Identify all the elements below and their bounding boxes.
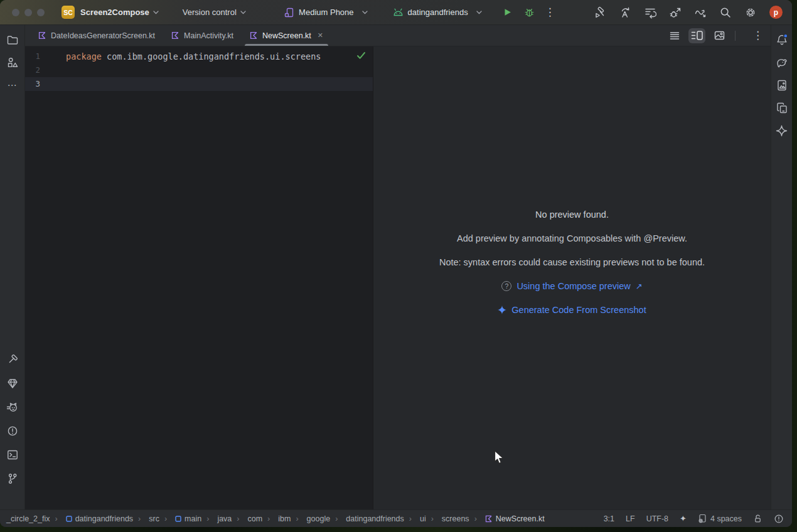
tab-label: MainActivity.kt [184,31,233,40]
run-configuration-selector[interactable]: datingandfriends [393,8,482,17]
kotlin-file-icon [38,31,46,40]
run-button[interactable] [502,7,513,18]
run-history-icon[interactable] [644,6,656,19]
code-line[interactable]: 2 [25,63,373,77]
breadcrumb-item[interactable]: google [291,514,330,523]
status-bar-widgets: 3:1 LF UTF-8 ✦ 4 spaces [604,514,784,524]
breadcrumb-item[interactable]: com [232,514,262,523]
android-icon [393,8,404,16]
tab-newscreen[interactable]: NewScreen.kt ✕ [242,25,331,46]
notifications-bell-icon[interactable] [774,33,789,48]
debug-button[interactable] [524,7,535,18]
right-tool-stripe [771,25,792,509]
code-line[interactable]: 1 package com.ibm.google.datingandfriend… [25,50,373,63]
split-view-button[interactable] [688,28,705,43]
left-tool-stripe: ⋯ [0,25,25,509]
compose-preview-panel: No preview found. Add preview by annotat… [373,46,771,509]
logcat-cat-icon[interactable] [5,400,20,415]
breadcrumb-item[interactable]: main [159,514,201,523]
write-access-unlock-icon[interactable] [753,514,762,523]
traffic-lights [12,9,45,16]
no-preview-message: No preview found. [535,208,609,221]
add-preview-message: Add preview by annotating Composables wi… [457,231,687,245]
generate-code-from-screenshot-link[interactable]: Generate Code From Screenshot [511,305,646,315]
line-number: 2 [25,63,40,77]
kotlin-file-icon [485,515,493,523]
compose-preview-help-link[interactable]: Using the Compose preview [516,281,630,291]
project-icon: SC [62,6,75,19]
gemini-status-sparkle-icon[interactable]: ✦ [680,514,687,523]
encoding-widget[interactable]: UTF-8 [646,514,668,523]
kotlin-file-icon [171,31,179,40]
indent-widget[interactable]: 4 spaces [698,514,742,523]
design-view-button[interactable] [711,28,728,43]
breadcrumb-item[interactable]: ibm [262,514,291,523]
build-run-icon[interactable] [594,6,606,19]
code-line-current[interactable]: 3 [25,77,373,91]
editor-tab-bar: DateIdeasGeneratorScreen.kt MainActivity… [25,25,771,46]
zoom-window-button[interactable] [37,9,45,16]
tab-mainactivity[interactable]: MainActivity.kt [163,25,242,46]
terminal-tool-window-icon[interactable] [5,447,20,462]
user-avatar[interactable]: p [769,6,783,19]
inspections-widget-icon[interactable] [774,514,784,524]
breadcrumb-item[interactable]: src [133,514,159,523]
device-selector[interactable]: Medium Phone [284,8,367,18]
apply-code-changes-icon[interactable] [619,6,631,19]
line-separator-widget[interactable]: LF [626,514,635,523]
breadcrumb-item[interactable]: datingandfriends [50,514,133,523]
android-studio-window: SC Screen2Compose Version control Medium… [0,0,792,527]
gradle-elephant-icon[interactable] [774,55,789,70]
module-icon [175,516,181,522]
version-control-menu[interactable]: Version control [183,8,237,17]
keyword-token: package [66,51,102,61]
breadcrumbs: _circle_2_fix datingandfriends src main … [6,514,545,523]
breadcrumb-item[interactable]: _circle_2_fix [6,514,50,523]
device-phone-icon [284,8,294,18]
tab-dateideasgeneratorscreen[interactable]: DateIdeasGeneratorScreen.kt [30,25,163,46]
problems-tool-window-icon[interactable] [5,423,20,439]
code-editor[interactable]: 1 package com.ibm.google.datingandfriend… [25,46,373,509]
help-question-icon: ? [501,281,511,291]
resource-manager-icon[interactable] [5,55,20,70]
breadcrumb-item[interactable]: java [201,514,232,523]
version-control-branch-icon[interactable] [5,471,20,486]
running-devices-icon[interactable] [774,78,789,93]
search-icon[interactable] [719,6,732,19]
close-tab-icon[interactable]: ✕ [318,31,323,40]
attach-debugger-icon[interactable] [669,6,682,19]
minimize-window-button[interactable] [24,9,32,16]
external-link-arrow-icon: ↗ [636,282,643,291]
editor-view-toggles: ⋮ [666,25,771,46]
app-quality-insights-gem-icon[interactable] [5,376,20,391]
gemini-sparkle-icon [498,306,506,314]
project-name-menu[interactable]: Screen2Compose [80,8,149,17]
inspections-ok-check-icon[interactable] [356,51,366,60]
close-window-button[interactable] [12,9,19,16]
chevron-down-icon [240,11,246,14]
line-number: 3 [25,77,40,91]
breadcrumb-item[interactable]: ui [404,514,426,523]
status-bar: _circle_2_fix datingandfriends src main … [0,509,792,527]
tab-label: DateIdeasGeneratorScreen.kt [51,31,155,40]
mouse-cursor [494,450,505,466]
device-manager-icon[interactable] [774,100,789,115]
run-configuration-label: datingandfriends [408,8,468,17]
project-folder-icon[interactable] [5,33,20,48]
profiler-icon[interactable] [694,6,707,19]
more-tool-windows-icon[interactable]: ⋯ [5,78,20,93]
line-number: 1 [25,50,40,63]
caret-position-widget[interactable]: 3:1 [604,514,614,523]
editor-more-options-menu[interactable]: ⋮ [752,30,763,41]
module-icon [66,516,72,522]
code-view-button[interactable] [666,28,683,43]
gemini-tool-window-icon[interactable] [774,123,789,138]
tab-label: NewScreen.kt [262,31,311,40]
breadcrumb-item[interactable]: datingandfriends [330,514,404,523]
breadcrumb-item-file[interactable]: NewScreen.kt [469,514,545,523]
breadcrumb-item[interactable]: screens [426,514,469,523]
settings-gear-icon[interactable] [744,6,757,19]
kotlin-file-icon [250,31,258,40]
more-actions-menu[interactable]: ⋮ [545,7,555,18]
build-tool-window-icon[interactable] [5,352,20,367]
